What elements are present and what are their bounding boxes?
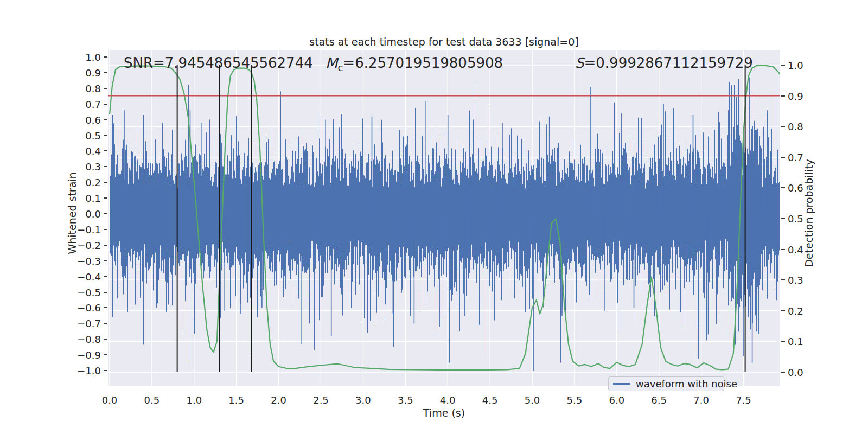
y-tick-mark-left (104, 119, 107, 120)
x-tick-label: 6.0 (609, 394, 624, 406)
y-tick-mark-right (781, 310, 785, 311)
x-tick-label: 7.5 (736, 394, 751, 406)
y-tick-label-right: 0.0 (788, 367, 803, 378)
x-tick-label: 4.0 (440, 394, 456, 406)
y-tick-mark-left (104, 339, 107, 340)
y-tick-mark-left (104, 182, 107, 183)
y-tick-mark-right (781, 65, 785, 66)
y-tick-mark-left (104, 307, 107, 308)
y-tick-label-left: −0.7 (71, 318, 101, 329)
y-tick-label-left: 0.8 (71, 82, 101, 94)
x-tick-label: 0.5 (144, 394, 160, 406)
figure-canvas: stats at each timestep for test data 363… (0, 0, 868, 434)
y-tick-label-right: 0.6 (788, 182, 803, 194)
y-tick-label-left: 0.4 (71, 145, 101, 157)
y-tick-mark-left (104, 104, 107, 105)
x-tick-label: 2.0 (271, 394, 286, 406)
y-tick-mark-left (104, 72, 107, 73)
y-tick-mark-left (104, 150, 107, 151)
y-tick-label-left: −0.5 (71, 286, 101, 298)
y-tick-mark-left (104, 245, 107, 246)
y-tick-mark-left (104, 370, 107, 371)
y-tick-label-right: 0.3 (788, 275, 803, 286)
y-tick-mark-left (104, 56, 107, 58)
y-tick-label-left: 0.0 (71, 208, 101, 220)
y-tick-label-right: 0.9 (788, 90, 803, 101)
y-tick-mark-right (781, 157, 785, 158)
y-tick-mark-left (104, 276, 107, 277)
x-tick-label: 5.0 (525, 394, 540, 406)
x-tick-label: 5.5 (567, 394, 583, 406)
y-tick-mark-left (104, 229, 107, 230)
x-axis-label: Time (s) (108, 407, 780, 419)
y-tick-label-left: −0.8 (71, 334, 101, 345)
y-tick-mark-right (781, 341, 785, 342)
y-tick-mark-left (104, 354, 107, 355)
chart-title: stats at each timestep for test data 363… (108, 36, 780, 48)
x-tick-label: 1.5 (228, 394, 244, 406)
y-tick-label-left: 0.2 (71, 177, 101, 188)
snr-annotation: SNR=7.945486545562744 (124, 55, 313, 71)
y-tick-mark-left (104, 260, 107, 261)
y-tick-mark-left (104, 292, 107, 293)
y-tick-label-left: 0.3 (71, 161, 101, 173)
y-tick-label-left: 0.9 (71, 67, 101, 78)
y-tick-label-right: 0.7 (788, 151, 803, 163)
waveform-noise-series (110, 78, 780, 371)
y-tick-mark-left (104, 88, 107, 89)
x-tick-label: 3.5 (398, 394, 413, 406)
y-tick-mark-left (104, 213, 107, 214)
chirp-mass-annotation: Mc=6.257019519805908 (326, 55, 503, 73)
x-tick-label: 1.0 (186, 394, 202, 406)
y-tick-label-left: 0.7 (71, 98, 101, 110)
y-tick-label-left: 0.1 (71, 193, 101, 204)
s-score-annotation: S=0.9992867112159729 (575, 55, 753, 71)
y-tick-label-left: −0.2 (71, 239, 101, 251)
y-tick-label-right: 0.5 (788, 213, 803, 225)
y-tick-mark-right (781, 126, 785, 127)
legend-line-sample (613, 383, 630, 385)
y-tick-label-right: 0.8 (788, 121, 803, 132)
y-tick-mark-right (781, 218, 785, 219)
y-tick-mark-left (104, 135, 107, 136)
y-tick-label-left: −0.3 (71, 255, 101, 266)
x-tick-label: 3.0 (355, 394, 371, 406)
y-tick-label-left: −0.9 (71, 349, 101, 361)
y-tick-label-left: 0.5 (71, 130, 101, 141)
y-tick-label-left: −0.4 (71, 271, 101, 282)
y-tick-label-left: −1.0 (71, 365, 101, 376)
x-tick-label: 7.0 (693, 394, 709, 406)
x-tick-label: 4.5 (482, 394, 498, 406)
legend: waveform with noise (608, 376, 724, 391)
y-tick-label-left: −0.6 (71, 302, 101, 314)
y-tick-mark-right (781, 372, 785, 373)
y-axis-label-right: Detection probability (803, 159, 815, 267)
x-tick-label: 6.5 (651, 394, 667, 406)
y-tick-mark-right (781, 249, 785, 250)
y-tick-mark-left (104, 166, 107, 167)
y-tick-label-right: 1.0 (788, 60, 803, 71)
y-tick-label-right: 0.2 (788, 305, 803, 316)
y-tick-mark-right (781, 95, 785, 97)
y-tick-label-left: 1.0 (71, 52, 101, 63)
y-tick-label-left: 0.6 (71, 114, 101, 125)
x-tick-label: 2.5 (313, 394, 329, 406)
y-tick-mark-left (104, 323, 107, 324)
y-tick-label-right: 0.4 (788, 244, 803, 255)
y-tick-label-right: 0.1 (788, 336, 803, 347)
y-tick-mark-right (781, 187, 785, 188)
y-tick-mark-left (104, 197, 107, 199)
y-tick-mark-right (781, 279, 785, 280)
x-tick-label: 0.0 (102, 394, 118, 406)
plot-svg (108, 50, 780, 386)
plot-area (108, 50, 780, 386)
y-tick-label-left: −0.1 (71, 224, 101, 235)
legend-label: waveform with noise (636, 378, 737, 390)
